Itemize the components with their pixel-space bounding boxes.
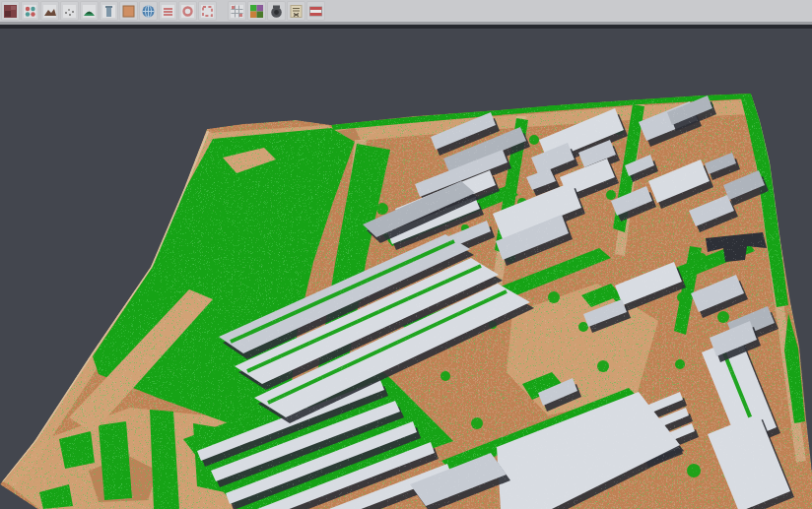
report-icon[interactable] <box>287 1 305 21</box>
classification-palette-icon[interactable] <box>247 1 266 21</box>
tie-points-icon[interactable] <box>21 1 39 21</box>
profile-lines-icon[interactable] <box>159 1 177 21</box>
camera-view-icon[interactable] <box>267 1 286 21</box>
application-window <box>0 0 812 509</box>
circle-select-icon[interactable] <box>178 1 197 21</box>
viewport-top-border <box>0 25 812 29</box>
low-points-icon[interactable] <box>60 1 79 21</box>
flag-sections-icon[interactable] <box>306 1 325 21</box>
ground-class-icon[interactable] <box>119 1 138 21</box>
globe-icon[interactable] <box>139 1 158 21</box>
grid-tool-icon[interactable] <box>228 1 246 21</box>
terrain-mesh <box>0 89 812 509</box>
building-class-icon[interactable] <box>100 1 118 21</box>
vegetation-class-icon[interactable] <box>80 1 99 21</box>
viewport-3d-scene[interactable] <box>0 0 812 509</box>
photo-tool-icon[interactable] <box>1 1 20 21</box>
ground-surface-icon[interactable] <box>40 1 59 21</box>
toolbar <box>0 0 812 22</box>
fence-select-icon[interactable] <box>198 1 217 21</box>
toolbar-group-separator <box>218 2 228 20</box>
